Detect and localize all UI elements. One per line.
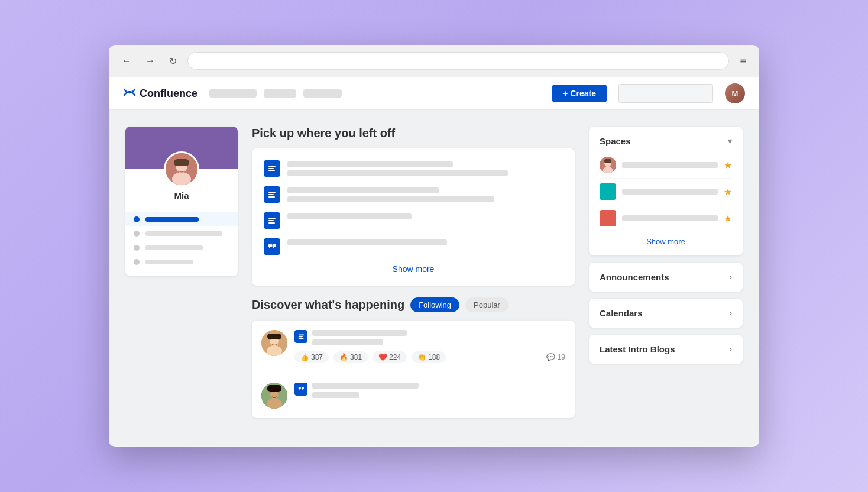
discover-header: Discover what's happening Following Popu… (252, 297, 575, 312)
spaces-show-more[interactable]: Show more (600, 237, 732, 246)
space-name-bar-3 (622, 215, 718, 221)
search-input[interactable] (618, 84, 713, 103)
profile-nav (125, 208, 238, 276)
space-star-1[interactable]: ★ (724, 160, 732, 171)
recent-item-1[interactable] (264, 160, 563, 177)
show-more-recent[interactable]: Show more (264, 264, 563, 274)
feed-icon-wrap-1 (294, 330, 565, 345)
nav-bar-3 (145, 260, 193, 264)
svg-rect-5 (174, 159, 189, 166)
feed-line-1a (312, 330, 407, 336)
discover-card: 👍 387 🔥 381 ❤️ 224 (252, 321, 575, 418)
recent-item-4[interactable] (264, 238, 563, 255)
svg-rect-29 (267, 385, 281, 392)
space-name-bar-1 (622, 162, 718, 168)
line-1a (287, 161, 453, 167)
profile-card: Mia (125, 127, 238, 276)
address-bar[interactable] (187, 52, 729, 70)
line-3a (287, 213, 412, 219)
profile-nav-item-3[interactable] (125, 255, 238, 269)
spaces-title: Spaces (600, 136, 631, 146)
search-wrapper: 🔍 (618, 84, 713, 103)
space-item-1[interactable]: ★ (600, 152, 732, 179)
latest-intro-blogs-header[interactable]: Latest Intro Blogs › (600, 344, 732, 354)
space-item-3[interactable]: ★ (600, 205, 732, 231)
heart-count: 224 (389, 353, 401, 361)
profile-nav-item-active[interactable] (125, 212, 238, 226)
calendars-card: Calendars › (589, 299, 743, 328)
feed-item-type-icon-1 (294, 330, 307, 343)
profile-nav-item-2[interactable] (125, 241, 238, 255)
feed-avatar-2[interactable] (261, 383, 287, 409)
reaction-fire[interactable]: 🔥 381 (333, 351, 368, 363)
nav-bar-1 (145, 231, 222, 236)
browser-window: ← → ↻ ≡ Confluence + Create 🔍 (109, 45, 759, 447)
reaction-heart[interactable]: ❤️ 224 (373, 351, 407, 363)
user-avatar[interactable]: M (725, 83, 745, 103)
latest-intro-blogs-title: Latest Intro Blogs (600, 344, 675, 354)
back-button[interactable]: ← (118, 54, 135, 67)
svg-rect-35 (604, 159, 611, 163)
reaction-clap[interactable]: 👏 188 (412, 351, 446, 363)
svg-rect-9 (268, 192, 276, 193)
space-star-2[interactable]: ★ (724, 186, 732, 198)
nav-item-1[interactable] (209, 89, 257, 98)
space-item-2[interactable]: ★ (600, 179, 732, 205)
center-column: Pick up where you left off (252, 127, 575, 430)
feed-content-1: 👍 387 🔥 381 ❤️ 224 (294, 330, 565, 363)
refresh-button[interactable]: ↻ (166, 54, 180, 68)
feed-item-2 (252, 373, 575, 418)
svg-rect-21 (298, 334, 303, 335)
announcements-chevron-icon: › (730, 273, 732, 281)
popular-tab[interactable]: Popular (465, 297, 509, 312)
item-icon-4 (264, 238, 280, 255)
confluence-logo-icon (123, 86, 136, 102)
following-tab[interactable]: Following (410, 297, 459, 312)
profile-nav-item-1[interactable] (125, 226, 238, 241)
feed-line-2b (312, 392, 359, 398)
recent-card: Show more (252, 148, 575, 286)
announcements-title: Announcements (600, 272, 669, 282)
confluence-logo[interactable]: Confluence (123, 86, 197, 102)
nav-item-2[interactable] (264, 89, 296, 98)
heart-emoji: ❤️ (378, 353, 387, 361)
announcements-header[interactable]: Announcements › (600, 272, 732, 282)
item-icon-1 (264, 160, 280, 177)
feed-face-1 (261, 330, 287, 356)
item-lines-4 (287, 238, 563, 245)
profile-avatar[interactable] (164, 151, 199, 187)
nav-items (209, 89, 342, 98)
feed-avatar-1[interactable] (261, 330, 287, 356)
space-star-3[interactable]: ★ (724, 213, 732, 224)
discover-title: Discover what's happening (252, 298, 404, 312)
reaction-thumbs-up[interactable]: 👍 387 (294, 351, 329, 363)
calendars-chevron-icon: › (730, 309, 732, 318)
right-sidebar: Spaces ▾ (589, 127, 743, 430)
nav-item-3[interactable] (303, 89, 342, 98)
calendars-header[interactable]: Calendars › (600, 308, 732, 318)
spaces-chevron-icon: ▾ (728, 137, 732, 145)
nav-bar-2 (145, 245, 203, 250)
spaces-card-header[interactable]: Spaces ▾ (600, 136, 732, 146)
feed-content-2 (294, 383, 565, 398)
confluence-logo-text: Confluence (140, 88, 197, 100)
item-lines-1 (287, 160, 563, 176)
app-bar: Confluence + Create 🔍 M (109, 77, 759, 110)
item-icon-3 (264, 212, 280, 229)
avatar-face-svg (166, 153, 197, 185)
item-lines-2 (287, 186, 563, 202)
clap-emoji: 👏 (417, 353, 426, 361)
thumbs-up-emoji: 👍 (300, 353, 309, 361)
create-button[interactable]: + Create (552, 85, 607, 102)
profile-name: Mia (125, 187, 238, 208)
comment-count-1: 💬 19 (546, 353, 565, 361)
svg-rect-22 (298, 336, 302, 337)
svg-rect-20 (267, 334, 281, 339)
recent-item-3[interactable] (264, 212, 563, 229)
feed-lines-2 (312, 383, 419, 398)
browser-menu-button[interactable]: ≡ (736, 54, 750, 69)
svg-rect-10 (268, 194, 274, 195)
forward-button[interactable]: → (142, 54, 158, 67)
recent-item-2[interactable] (264, 186, 563, 203)
line-4a (287, 239, 447, 245)
